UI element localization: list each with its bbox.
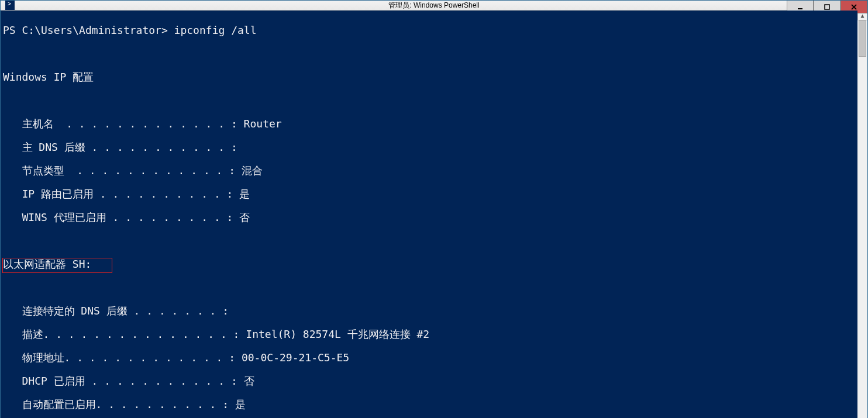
powershell-window: 管理员: Windows PowerShell PS C:\Users\Admi… xyxy=(0,0,868,418)
terminal[interactable]: PS C:\Users\Administrator> ipconfig /all… xyxy=(1,11,857,418)
output-line: 连接特定的 DNS 后缀 . . . . . . . : xyxy=(3,305,856,317)
blank-line xyxy=(3,48,856,60)
prompt-command: ipconfig /all xyxy=(174,24,257,36)
blank-line xyxy=(3,235,856,247)
blank-line xyxy=(3,95,856,106)
output-line: WINS 代理已启用 . . . . . . . . . : 否 xyxy=(3,212,856,223)
svg-rect-1 xyxy=(825,5,829,9)
powershell-icon xyxy=(5,1,15,10)
blank-line xyxy=(3,282,856,293)
highlight-box-sh: 以太网适配器 SH: xyxy=(3,258,91,270)
output-line: 主 DNS 后缀 . . . . . . . . . . . : xyxy=(3,141,856,153)
output-line: IP 路由已启用 . . . . . . . . . . : 是 xyxy=(3,188,856,200)
prompt-line: PS C:\Users\Administrator> ipconfig /all xyxy=(3,25,856,36)
output-line: 物理地址. . . . . . . . . . . . . : 00-0C-29… xyxy=(3,352,856,364)
titlebar[interactable]: 管理员: Windows PowerShell xyxy=(1,1,867,11)
scroll-track[interactable] xyxy=(857,20,867,418)
output-line: 描述. . . . . . . . . . . . . . . : Intel(… xyxy=(3,329,856,340)
terminal-area: PS C:\Users\Administrator> ipconfig /all… xyxy=(1,11,867,418)
adapter-heading: 以太网适配器 SH: xyxy=(3,258,856,270)
vertical-scrollbar[interactable]: ▲ ▼ xyxy=(857,11,867,418)
section-header: Windows IP 配置 xyxy=(3,71,856,83)
output-line: 节点类型 . . . . . . . . . . . . : 混合 xyxy=(3,165,856,177)
output-line: 自动配置已启用. . . . . . . . . . : 是 xyxy=(3,399,856,410)
prompt-prefix: PS C:\Users\Administrator> xyxy=(3,24,174,36)
scroll-thumb[interactable] xyxy=(859,20,866,57)
output-line: 主机名 . . . . . . . . . . . . . : Router xyxy=(3,118,856,130)
output-line: DHCP 已启用 . . . . . . . . . . . : 否 xyxy=(3,375,856,387)
window-title: 管理员: Windows PowerShell xyxy=(388,1,479,11)
